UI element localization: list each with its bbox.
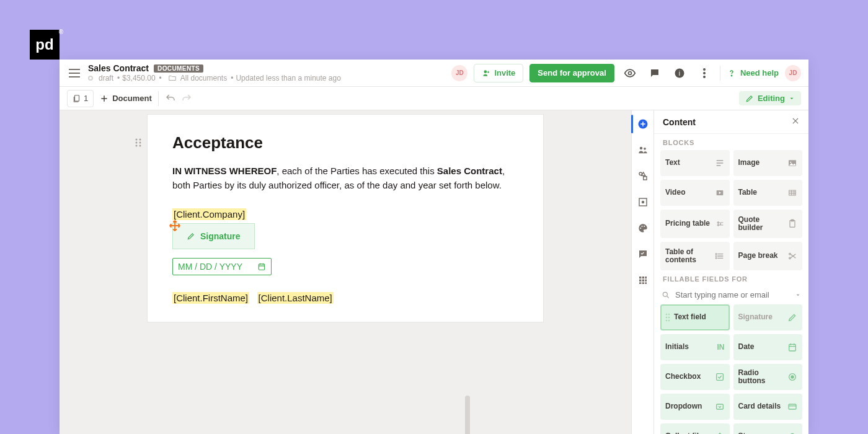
svg-point-5 — [703, 72, 706, 74]
scrollbar-thumb[interactable] — [465, 396, 470, 434]
svg-rect-32 — [639, 282, 641, 284]
collaborator-avatar[interactable]: JD — [451, 65, 467, 81]
blocks-grid: Text Image Video Table Pricing table Quo… — [654, 150, 808, 270]
close-icon[interactable] — [791, 117, 800, 127]
search-icon — [662, 291, 670, 299]
svg-point-0 — [484, 70, 487, 73]
fillable-date[interactable]: Date — [733, 334, 803, 360]
witness-paragraph[interactable]: IN WITNESS WHEREOF, each of the Parties … — [172, 164, 518, 193]
scissors-icon — [787, 251, 797, 261]
upload-icon — [715, 432, 725, 434]
info-icon[interactable]: i — [670, 64, 689, 82]
preview-icon[interactable] — [621, 64, 639, 82]
image-icon — [787, 158, 797, 168]
fillable-initials[interactable]: InitialsIN — [660, 334, 730, 360]
token-client-company[interactable]: [Client.Company] — [172, 208, 246, 220]
chevron-down-icon[interactable] — [795, 292, 801, 298]
more-icon[interactable] — [695, 64, 714, 82]
plus-circle-icon — [637, 118, 649, 130]
svg-rect-28 — [645, 277, 647, 278]
svg-rect-58 — [789, 404, 796, 409]
fillable-label: FILLABLE FIELDS FOR — [654, 270, 808, 286]
initials-icon: IN — [717, 343, 725, 352]
svg-rect-29 — [639, 280, 641, 281]
fillable-stamp[interactable]: Stamp — [733, 423, 803, 434]
rail-layout[interactable] — [636, 195, 650, 210]
undo-icon[interactable] — [165, 93, 176, 104]
fillable-dropdown[interactable]: Dropdown — [660, 394, 730, 420]
user-avatar[interactable]: JD — [785, 65, 801, 81]
section-heading[interactable]: Acceptance — [172, 133, 518, 153]
svg-point-4 — [703, 68, 706, 71]
rail-recipients[interactable] — [636, 143, 650, 157]
pencil-icon — [187, 232, 195, 241]
shapes-icon — [637, 170, 649, 182]
svg-rect-54 — [716, 374, 723, 381]
fillable-search-input[interactable] — [675, 290, 790, 299]
fillable-radio[interactable]: Radio buttons — [733, 364, 803, 390]
folder-lead — [159, 74, 164, 82]
fillable-checkbox[interactable]: Checkbox — [660, 364, 730, 390]
svg-rect-31 — [645, 280, 647, 281]
contract-ref: Sales Contract — [437, 166, 502, 176]
need-help-link[interactable]: Need help — [727, 68, 779, 78]
rail-design[interactable] — [636, 221, 650, 236]
signature-field[interactable]: Signature — [172, 223, 255, 249]
svg-rect-20 — [643, 177, 646, 180]
block-toc[interactable]: Table of contents — [660, 242, 730, 270]
apps-icon — [638, 275, 648, 285]
pencil-icon — [787, 312, 797, 322]
menu-icon[interactable] — [67, 66, 82, 81]
page-counter[interactable]: 1 — [67, 90, 94, 107]
svg-rect-57 — [716, 404, 723, 409]
fillable-signature[interactable]: Signature — [733, 304, 803, 330]
block-page-break[interactable]: Page break — [733, 242, 803, 270]
document-title: Sales Contract — [88, 63, 149, 73]
fillable-search[interactable] — [654, 286, 808, 304]
svg-point-41 — [715, 254, 716, 254]
redo-icon[interactable] — [181, 93, 192, 104]
document-page[interactable]: Acceptance IN WITNESS WHEREOF, each of t… — [147, 114, 544, 322]
rail-variables[interactable] — [636, 169, 650, 184]
fillable-card-details[interactable]: Card details — [733, 394, 803, 420]
rail-apps[interactable] — [636, 273, 650, 288]
person-add-icon — [482, 69, 490, 78]
date-field[interactable]: MM / DD / YYYY — [172, 258, 272, 275]
block-table[interactable]: Table — [733, 180, 803, 206]
send-approval-button[interactable]: Send for approval — [529, 64, 614, 82]
dropdown-icon — [715, 402, 725, 412]
name-tokens-row[interactable]: [Client.FirstName] [Client.LastName] — [172, 293, 518, 303]
fillable-collect-files[interactable]: Collect files — [660, 423, 730, 434]
canvas-area[interactable]: Acceptance IN WITNESS WHEREOF, each of t… — [60, 110, 631, 434]
svg-point-7 — [731, 75, 732, 76]
divider — [158, 91, 159, 106]
editing-mode-button[interactable]: Editing — [739, 91, 801, 105]
svg-point-14 — [140, 145, 141, 147]
block-pricing-table[interactable]: Pricing table — [660, 210, 730, 238]
document-badge: DOCUMENTS — [154, 64, 203, 73]
token-client-lastname[interactable]: [Client.LastName] — [257, 292, 334, 304]
svg-point-42 — [715, 255, 716, 256]
rail-add-content[interactable] — [636, 117, 650, 131]
block-quote-builder[interactable]: Quote builder — [733, 210, 803, 238]
card-icon — [787, 402, 797, 412]
svg-point-51 — [666, 320, 667, 321]
block-image[interactable]: Image — [733, 150, 803, 176]
folder-name[interactable]: All documents — [180, 74, 227, 82]
add-document-button[interactable]: Document — [100, 94, 152, 103]
undo-redo-group — [165, 93, 192, 104]
block-drag-handle[interactable] — [135, 138, 144, 147]
comments-icon[interactable] — [645, 64, 664, 82]
chevron-down-icon — [789, 95, 795, 102]
rail-review[interactable] — [636, 247, 650, 262]
grip-icon — [665, 313, 670, 322]
fillable-grid: Text field Signature InitialsIN Date Che… — [654, 304, 808, 434]
checkbox-icon — [715, 372, 725, 382]
fillable-text-field[interactable]: Text field — [660, 304, 730, 330]
app-window: Sales Contract DOCUMENTS draft $3,450.00… — [60, 60, 808, 434]
block-text[interactable]: Text — [660, 150, 730, 176]
invite-button[interactable]: Invite — [474, 64, 523, 82]
token-client-firstname[interactable]: [Client.FirstName] — [172, 292, 249, 304]
svg-point-1 — [628, 71, 631, 74]
block-video[interactable]: Video — [660, 180, 730, 206]
